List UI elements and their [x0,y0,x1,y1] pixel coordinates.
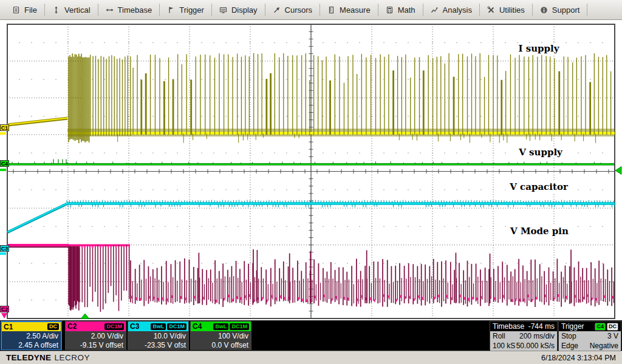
c2-offset: -9.15 V offset [68,341,123,350]
c4-bwl-badge: BwL [213,323,228,330]
menu-utilities-label: Utilities [499,5,525,15]
c3-zero-marker[interactable]: C3 [0,245,9,252]
menu-vertical-label: Vertical [64,5,91,15]
measure-icon [327,6,335,14]
menu-measure[interactable]: Measure [320,2,378,17]
menu-cursors[interactable]: Cursors [265,2,320,17]
c3-scale: 10.0 V/div [131,332,186,341]
display-icon [219,6,227,14]
menu-display-label: Display [231,5,258,15]
descriptor-strip: C1 DC 2.50 A/div 2.45 A offset C2 DC1M 2… [0,320,622,351]
trigger-coupling-badge: DC [607,323,618,331]
menu-timebase[interactable]: Timebase [98,2,160,17]
support-icon [540,6,548,14]
menu-trigger[interactable]: Trigger [160,2,211,17]
c2-zero-marker[interactable]: C2 [0,306,9,312]
menu-separator [587,4,587,16]
menu-cursors-label: Cursors [285,5,313,15]
c4-coupling-badge: DC1M [230,323,249,330]
c4-zero-marker[interactable]: C4 [0,160,9,167]
c4-label: C4 [193,322,202,331]
c1-offset: 2.45 A offset [4,341,58,350]
analysis-icon [431,6,439,14]
c3-label: C3 [130,322,139,331]
channel-box-c2[interactable]: C2 DC1M 2.00 V/div -9.15 V offset [65,321,126,350]
menu-file[interactable]: File [5,2,44,17]
c2-offscreen-arrow-icon [1,313,7,318]
brand-primary: TELEDYNE [6,353,51,362]
timebase-icon [106,6,114,14]
menu-bar: File Vertical Timebase Trigger Display C… [0,0,622,20]
channel-box-c1[interactable]: C1 DC 2.50 A/div 2.45 A offset [1,321,62,350]
c2-coupling-badge: DC1M [104,323,124,330]
status-bar: TELEDYNELECROY 6/18/2024 3:13:04 PM [0,351,622,364]
c1-zero-marker[interactable]: C1 [0,124,9,131]
menu-trigger-label: Trigger [179,5,204,15]
menu-math[interactable]: Math [378,2,423,17]
annotation-v-mode-pin: V Mode pin [506,226,573,237]
trigger-level-marker[interactable] [615,167,621,175]
trigger-mode: Stop [561,331,576,341]
timebase-delay: -744 ms [528,322,555,331]
utilities-icon [487,6,495,14]
c4-scale: 100 V/div [193,332,248,341]
menu-math-label: Math [398,5,415,15]
c3-offset: -23.35 V ofst [131,341,186,350]
c3-zero-dash [0,252,6,255]
teledyne-lecroy-logo: TELEDYNELECROY [6,353,90,362]
menu-display[interactable]: Display [212,2,265,17]
vertical-icon [52,6,60,14]
brand-secondary: LECROY [54,353,90,362]
c3-bwl-badge: BwL [151,323,166,330]
menu-measure-label: Measure [340,5,371,15]
cursors-icon [273,6,281,14]
timebase-samples: 100 kS [493,341,515,351]
menu-support[interactable]: Support [533,2,587,17]
menu-timebase-label: Timebase [118,5,152,15]
c2-label: C2 [67,322,77,331]
c2-scale: 2.00 V/div [68,332,123,341]
trigger-title: Trigger [561,322,584,331]
trigger-level: 3 V [607,331,618,341]
c1-label: C1 [4,323,13,331]
annotation-v-supply: V supply [507,147,574,158]
trigger-type: Edge [561,341,578,351]
waveform-display-area [0,21,622,320]
menu-analysis[interactable]: Analysis [423,2,479,17]
c1-coupling-badge: DC [47,323,59,330]
c4-offset: 0.0 V offset [193,341,248,350]
c2-trace [7,244,613,312]
c1-scale: 2.50 A/div [4,332,58,341]
trigger-source-badge: C4 [595,323,606,331]
timebase-rate: 50.000 kS/s [516,341,555,351]
annotation-i-supply: I supply [505,43,572,54]
datetime: 6/18/2024 3:13:04 PM [541,354,616,362]
trigger-slope: Negative [590,341,618,351]
trigger-box[interactable]: Trigger C4 DC Stop 3 V Edge Negative [558,321,621,350]
c1-zero-dash [0,132,6,135]
file-icon [12,6,20,14]
menu-support-label: Support [552,5,580,15]
trigger-time-marker[interactable] [81,314,89,319]
menu-utilities[interactable]: Utilities [480,2,532,17]
menu-analysis-label: Analysis [443,5,472,15]
c4-zero-dash [0,169,6,171]
timebase-title: Timebase [493,322,524,331]
menu-vertical[interactable]: Vertical [45,2,98,17]
scope-graticule-and-traces [0,21,622,320]
math-icon [386,6,394,14]
timebase-mode: Roll [493,331,505,341]
annotation-v-capacitor: V capacitor [505,181,572,192]
channel-box-c3[interactable]: C3 BwL DC1M 10.0 V/div -23.35 V ofst [128,321,189,350]
menu-file-label: File [24,5,37,15]
trigger-icon [167,6,175,14]
c3-coupling-badge: DC1M [167,323,186,330]
channel-box-c4[interactable]: C4 BwL DC1M 100 V/div 0.0 V offset [190,321,251,350]
timebase-box[interactable]: Timebase -744 ms Roll 200 ms/div 100 kS … [490,321,558,350]
timebase-scale: 200 ms/div [519,331,555,341]
